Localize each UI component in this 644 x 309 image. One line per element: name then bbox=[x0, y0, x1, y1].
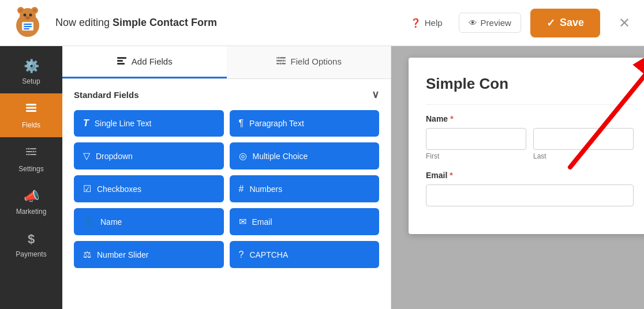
sidebar-item-label: Setup bbox=[22, 77, 40, 85]
svg-rect-15 bbox=[26, 107, 36, 109]
name-label: Name * bbox=[426, 114, 634, 123]
settings-icon bbox=[25, 145, 38, 161]
svg-point-29 bbox=[278, 56, 280, 59]
field-btn-multiple-choice[interactable]: ◎ Multiple Choice bbox=[230, 142, 380, 169]
checkboxes-icon: ☑ bbox=[83, 183, 91, 194]
svg-point-9 bbox=[27, 17, 29, 19]
header: Now editing Simple Contact Form ❓ Help 👁… bbox=[0, 0, 644, 46]
sidebar-item-label: Settings bbox=[18, 165, 43, 173]
svg-rect-12 bbox=[24, 26, 32, 27]
dropdown-icon: ▽ bbox=[83, 150, 90, 161]
marketing-icon: 📣 bbox=[24, 189, 39, 204]
numbers-icon: # bbox=[239, 184, 244, 194]
number-slider-icon: ⚖ bbox=[83, 249, 91, 260]
field-btn-checkboxes[interactable]: ☑ Checkboxes bbox=[74, 175, 224, 202]
app-logo bbox=[9, 5, 46, 42]
fields-tabs: Add Fields Field Options bbox=[62, 46, 391, 79]
field-btn-numbers[interactable]: # Numbers bbox=[230, 175, 380, 202]
svg-rect-24 bbox=[117, 60, 123, 62]
captcha-icon: ? bbox=[239, 250, 244, 260]
svg-point-21 bbox=[32, 150, 35, 153]
svg-rect-16 bbox=[26, 110, 36, 112]
svg-rect-23 bbox=[117, 57, 126, 59]
name-icon: 👤 bbox=[83, 216, 95, 227]
form-field-email: Email * bbox=[426, 171, 634, 206]
svg-point-7 bbox=[29, 13, 32, 16]
svg-point-6 bbox=[24, 13, 27, 16]
tab-field-options[interactable]: Field Options bbox=[227, 46, 391, 78]
section-header: Standard Fields ∨ bbox=[74, 88, 379, 101]
help-icon: ❓ bbox=[410, 18, 421, 28]
field-btn-single-line-text[interactable]: T Single Line Text bbox=[74, 110, 224, 137]
sidebar-item-settings[interactable]: Settings bbox=[0, 137, 62, 181]
last-name-input[interactable] bbox=[533, 128, 634, 150]
add-fields-icon bbox=[117, 55, 127, 67]
email-input[interactable] bbox=[426, 184, 634, 206]
form-preview: Simple Con Name * First Last bbox=[409, 58, 644, 234]
svg-point-31 bbox=[279, 62, 282, 65]
email-icon: ✉ bbox=[239, 216, 246, 227]
fields-icon bbox=[25, 101, 38, 118]
fields-content: Standard Fields ∨ T Single Line Text ¶ P… bbox=[62, 79, 391, 277]
svg-point-4 bbox=[19, 9, 23, 12]
field-btn-number-slider[interactable]: ⚖ Number Slider bbox=[74, 241, 224, 268]
checkmark-icon: ✓ bbox=[546, 17, 555, 29]
preview-area: Simple Con Name * First Last bbox=[391, 46, 644, 309]
single-line-text-icon: T bbox=[83, 118, 89, 129]
svg-point-30 bbox=[282, 59, 284, 62]
name-input-row: First Last bbox=[426, 128, 634, 160]
payments-icon: $ bbox=[28, 232, 35, 247]
sidebar-item-label: Payments bbox=[16, 250, 46, 258]
page-title: Now editing Simple Contact Form bbox=[55, 17, 394, 29]
svg-point-22 bbox=[28, 153, 30, 156]
first-sublabel: First bbox=[426, 152, 526, 160]
sidebar-item-fields[interactable]: Fields bbox=[0, 93, 62, 137]
setup-icon: ⚙️ bbox=[24, 59, 39, 74]
sidebar-item-setup[interactable]: ⚙️ Setup bbox=[0, 51, 62, 93]
svg-point-20 bbox=[28, 148, 30, 150]
email-label: Email * bbox=[426, 171, 634, 180]
field-btn-paragraph-text[interactable]: ¶ Paragraph Text bbox=[230, 110, 380, 137]
field-btn-captcha[interactable]: ? CAPTCHA bbox=[230, 241, 380, 268]
help-button[interactable]: ❓ Help bbox=[403, 13, 450, 33]
sidebar-item-label: Fields bbox=[22, 121, 40, 129]
svg-rect-14 bbox=[26, 104, 36, 105]
section-label: Standard Fields bbox=[74, 90, 139, 100]
sidebar-item-marketing[interactable]: 📣 Marketing bbox=[0, 181, 62, 224]
fields-panel: Add Fields Field Options St bbox=[62, 46, 391, 309]
field-btn-name[interactable]: 👤 Name bbox=[74, 208, 224, 235]
eye-icon: 👁 bbox=[469, 18, 477, 28]
field-btn-dropdown[interactable]: ▽ Dropdown bbox=[74, 142, 224, 169]
svg-rect-11 bbox=[24, 24, 32, 25]
sidebar-nav: ⚙️ Setup Fields bbox=[0, 46, 62, 309]
field-btn-email[interactable]: ✉ Email bbox=[230, 208, 380, 235]
preview-button[interactable]: 👁 Preview bbox=[459, 13, 521, 33]
form-title: Simple Con bbox=[426, 75, 634, 93]
main-area: ⚙️ Setup Fields bbox=[0, 46, 644, 309]
svg-point-5 bbox=[33, 9, 36, 12]
sidebar-item-label: Marketing bbox=[16, 208, 47, 216]
fields-grid: T Single Line Text ¶ Paragraph Text ▽ Dr… bbox=[74, 110, 379, 268]
field-options-icon bbox=[276, 55, 286, 67]
sidebar-item-payments[interactable]: $ Payments bbox=[0, 224, 62, 266]
multiple-choice-icon: ◎ bbox=[239, 150, 247, 161]
svg-rect-25 bbox=[117, 63, 125, 65]
paragraph-text-icon: ¶ bbox=[239, 118, 244, 129]
close-button[interactable]: ✕ bbox=[614, 10, 635, 36]
chevron-down-icon[interactable]: ∨ bbox=[372, 88, 379, 101]
form-field-name: Name * First Last bbox=[426, 114, 634, 160]
save-button[interactable]: ✓ Save bbox=[530, 9, 600, 37]
svg-rect-13 bbox=[24, 28, 29, 29]
last-sublabel: Last bbox=[533, 152, 634, 160]
tab-add-fields[interactable]: Add Fields bbox=[62, 46, 227, 78]
required-indicator: * bbox=[450, 114, 453, 123]
required-indicator: * bbox=[450, 171, 452, 180]
first-name-input[interactable] bbox=[426, 128, 526, 150]
